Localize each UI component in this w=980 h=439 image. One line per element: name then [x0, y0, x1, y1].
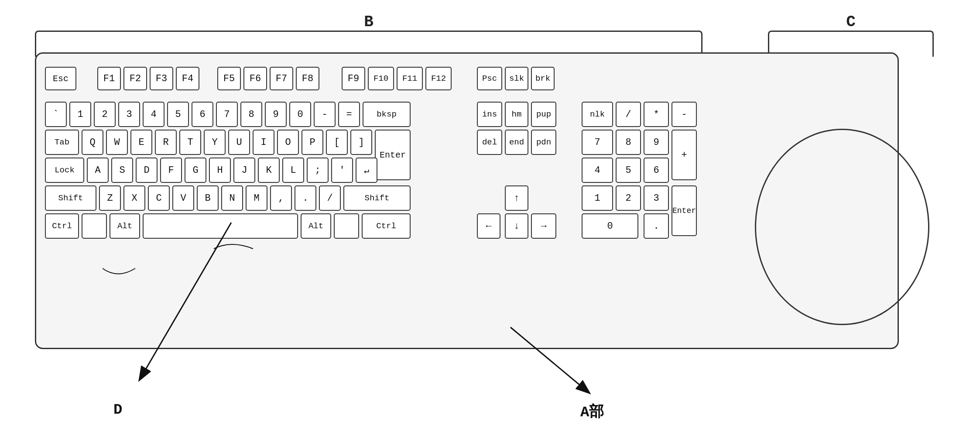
key-f7[interactable]: F7 — [270, 67, 293, 90]
key-alt-right[interactable]: Alt — [301, 213, 331, 239]
key-3[interactable]: 3 — [118, 102, 140, 127]
key-r[interactable]: R — [155, 130, 177, 155]
key-np-6[interactable]: 6 — [644, 158, 669, 183]
key-j[interactable]: J — [233, 158, 255, 183]
key-np-slash[interactable]: / — [616, 102, 641, 127]
key-enter[interactable]: Enter — [375, 130, 411, 180]
key-brk[interactable]: brk — [531, 67, 555, 90]
key-q[interactable]: Q — [82, 130, 103, 155]
key-d[interactable]: D — [136, 158, 158, 183]
key-comma[interactable]: , — [270, 185, 292, 211]
key-nlk[interactable]: nlk — [582, 102, 613, 127]
key-z[interactable]: Z — [99, 185, 121, 211]
key-f5[interactable]: F5 — [217, 67, 241, 90]
key-psc[interactable]: Psc — [477, 67, 502, 90]
key-o[interactable]: O — [277, 130, 299, 155]
key-k[interactable]: K — [258, 158, 280, 183]
key-ins[interactable]: ins — [477, 102, 502, 127]
key-lock[interactable]: Lock — [45, 158, 84, 183]
key-6[interactable]: 6 — [192, 102, 213, 127]
key-tab[interactable]: Tab — [45, 130, 79, 155]
key-np-star[interactable]: * — [644, 102, 669, 127]
key-win-left[interactable] — [82, 213, 107, 239]
key-arrow-down[interactable]: ↓ — [505, 213, 528, 239]
key-np-7[interactable]: 7 — [582, 130, 613, 155]
key-equals[interactable]: = — [338, 102, 360, 127]
key-np-1[interactable]: 1 — [582, 185, 613, 211]
key-semicolon[interactable]: ; — [307, 158, 329, 183]
key-2[interactable]: 2 — [94, 102, 116, 127]
key-f2[interactable]: F2 — [123, 67, 147, 90]
key-x[interactable]: X — [123, 185, 145, 211]
key-f10[interactable]: F10 — [368, 67, 394, 90]
key-f12[interactable]: F12 — [425, 67, 452, 90]
key-slk[interactable]: slk — [505, 67, 528, 90]
key-p[interactable]: P — [302, 130, 323, 155]
key-f4[interactable]: F4 — [176, 67, 199, 90]
key-f[interactable]: F — [160, 158, 182, 183]
key-quote[interactable]: ' — [331, 158, 353, 183]
key-arrow-left[interactable]: ← — [477, 213, 500, 239]
key-ctrl-left[interactable]: Ctrl — [45, 213, 79, 239]
key-5[interactable]: 5 — [167, 102, 189, 127]
key-alt-left[interactable]: Alt — [110, 213, 140, 239]
key-m[interactable]: M — [246, 185, 267, 211]
key-fn[interactable] — [334, 213, 359, 239]
key-pdn[interactable]: pdn — [531, 130, 556, 155]
key-minus[interactable]: - — [314, 102, 336, 127]
key-lbracket[interactable]: [ — [326, 130, 348, 155]
key-f6[interactable]: F6 — [243, 67, 267, 90]
key-f11[interactable]: F11 — [397, 67, 423, 90]
key-e[interactable]: E — [130, 130, 152, 155]
key-9[interactable]: 9 — [265, 102, 287, 127]
key-np-3[interactable]: 3 — [644, 185, 669, 211]
key-w[interactable]: W — [106, 130, 128, 155]
key-b[interactable]: B — [197, 185, 219, 211]
key-v[interactable]: V — [172, 185, 194, 211]
key-c[interactable]: C — [148, 185, 170, 211]
key-np-plus[interactable]: + — [672, 130, 697, 180]
key-np-0[interactable]: 0 — [582, 213, 638, 239]
key-g[interactable]: G — [185, 158, 206, 183]
key-np-minus[interactable]: - — [672, 102, 697, 127]
key-8[interactable]: 8 — [240, 102, 262, 127]
key-arrow-up[interactable]: ↑ — [505, 185, 528, 211]
key-np-9[interactable]: 9 — [644, 130, 669, 155]
key-u[interactable]: U — [228, 130, 250, 155]
key-s[interactable]: S — [111, 158, 133, 183]
key-i[interactable]: I — [253, 130, 274, 155]
key-np-2[interactable]: 2 — [616, 185, 641, 211]
key-pup[interactable]: pup — [531, 102, 556, 127]
key-n[interactable]: N — [221, 185, 243, 211]
key-shift-left[interactable]: Shift — [45, 185, 96, 211]
key-f8[interactable]: F8 — [296, 67, 319, 90]
key-bksp[interactable]: bksp — [363, 102, 411, 127]
key-shift-right[interactable]: Shift — [343, 185, 411, 211]
key-7[interactable]: 7 — [216, 102, 238, 127]
key-fwdslash[interactable]: / — [319, 185, 341, 211]
key-ctrl-right[interactable]: Ctrl — [362, 213, 411, 239]
key-backtick[interactable]: ` — [45, 102, 67, 127]
key-np-8[interactable]: 8 — [616, 130, 641, 155]
key-np-4[interactable]: 4 — [582, 158, 613, 183]
key-l[interactable]: L — [282, 158, 304, 183]
key-np-5[interactable]: 5 — [616, 158, 641, 183]
key-t[interactable]: T — [179, 130, 201, 155]
key-f3[interactable]: F3 — [150, 67, 173, 90]
key-arrow-right[interactable]: → — [531, 213, 556, 239]
key-np-dot[interactable]: . — [644, 213, 669, 239]
key-h[interactable]: H — [209, 158, 231, 183]
key-period[interactable]: . — [295, 185, 316, 211]
key-np-enter[interactable]: Enter — [672, 185, 697, 236]
key-rbracket[interactable]: ] — [350, 130, 372, 155]
key-del[interactable]: del — [477, 130, 502, 155]
key-end[interactable]: end — [505, 130, 528, 155]
key-0[interactable]: 0 — [289, 102, 311, 127]
key-esc[interactable]: Esc — [45, 67, 76, 90]
key-4[interactable]: 4 — [143, 102, 164, 127]
key-a[interactable]: A — [87, 158, 109, 183]
key-y[interactable]: Y — [204, 130, 226, 155]
key-space[interactable] — [143, 213, 298, 239]
key-f1[interactable]: F1 — [97, 67, 121, 90]
key-f9[interactable]: F9 — [342, 67, 365, 90]
